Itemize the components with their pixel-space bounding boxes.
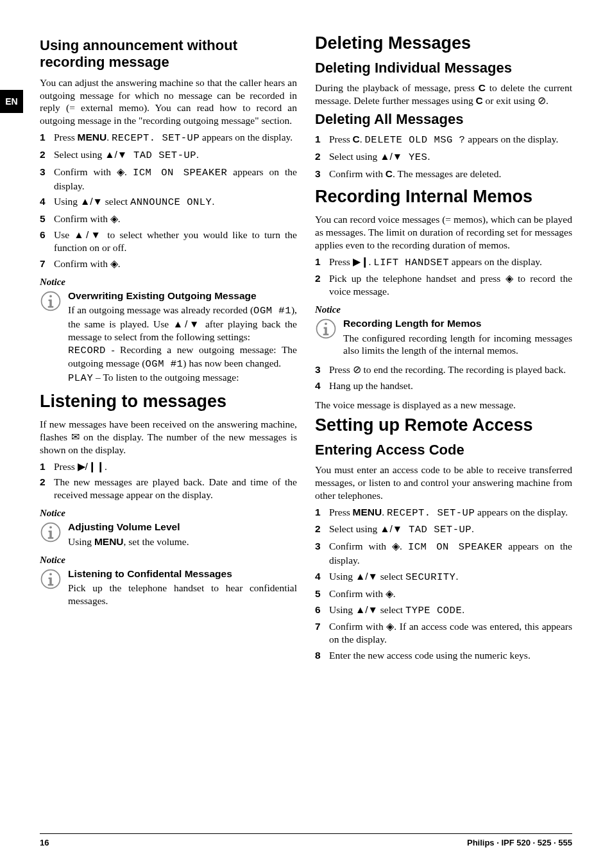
play-end-icon: ▶❙: [353, 256, 369, 267]
key-menu: MENU: [353, 507, 382, 517]
footer-brand: Philips · IPF 520 · 525 · 555: [467, 838, 572, 847]
display-text: RECEPT. SET-UP: [387, 507, 475, 519]
display-text: TYPE CODE: [405, 605, 462, 616]
arrow-keys-icon: ▲/▼: [355, 571, 378, 582]
arrow-keys-icon: ▲/▼: [105, 149, 127, 160]
notice-label: Notice: [40, 508, 297, 519]
arrow-keys-icon: ▲/▼: [380, 523, 402, 534]
step: Confirm with ◈. If an access code was en…: [315, 620, 572, 646]
heading-deleting: Deleting Messages: [315, 33, 572, 53]
step: Using ▲/▼ select TYPE CODE.: [315, 603, 572, 618]
notice-overwriting: Overwriting Existing Outgoing Message If…: [40, 290, 297, 386]
step: Confirm with ◈.: [40, 257, 297, 270]
confirm-icon: ◈: [386, 588, 393, 599]
arrow-keys-icon: ▲/▼: [74, 229, 103, 240]
heading-deleting-all: Deleting All Messages: [315, 111, 572, 128]
notice-memo-length: Recording Length for Memos The configure…: [315, 318, 572, 357]
notice-title: Overwriting Existing Outgoing Message: [68, 290, 297, 302]
step: Press ▶❙. LIFT HANDSET appears on the di…: [315, 256, 572, 270]
steps-announcement: Press MENU. RECEPT. SET-UP appears on th…: [40, 131, 297, 270]
notice-title: Listening to Confidental Messages: [68, 568, 297, 580]
heading-remote: Setting up Remote Access: [315, 415, 572, 435]
display-text: TAD SET-UP: [402, 524, 472, 535]
step: Using ▲/▼ select ANNOUNCE ONLY.: [40, 195, 297, 209]
step: Pick up the telephone handset and press …: [315, 272, 572, 298]
display-text: RECEPT. SET-UP: [112, 132, 200, 144]
key-c: C: [386, 168, 393, 179]
para-delete-individual: During the playback of message, press C …: [315, 82, 572, 107]
step: Press ⊘ to end the recording. The record…: [315, 363, 572, 376]
info-icon: [40, 568, 62, 607]
para-code-intro: You must enter an access code to be able…: [315, 464, 572, 501]
steps-delete-all: Press C. DELETE OLD MSG ? appears on the…: [315, 133, 572, 180]
confirm-icon: ◈: [110, 258, 118, 269]
display-text: ANNOUNCE ONLY: [130, 196, 212, 208]
notice-label: Notice: [40, 277, 297, 288]
step: Hang up the handset.: [315, 379, 572, 392]
display-text: LIFT HANDSET: [373, 257, 449, 268]
display-text: SECURITY: [405, 571, 455, 583]
steps-memos-34: Press ⊘ to end the recording. The record…: [315, 363, 572, 392]
step: Confirm with C. The messages are deleted…: [315, 168, 572, 180]
confirm-icon: ◈: [386, 621, 394, 632]
notice-text: Using MENU, set the volume.: [68, 535, 297, 548]
notice-label: Notice: [40, 555, 297, 566]
display-text: ICM ON SPEAKER: [408, 541, 502, 553]
arrow-keys-icon: ▲/▼: [173, 318, 201, 329]
para-listen-intro: If new messages have been received on th…: [40, 418, 297, 456]
language-tab: EN: [0, 90, 23, 113]
display-text: TAD SET-UP: [127, 150, 196, 161]
notice-title: Recording Length for Memos: [343, 318, 572, 330]
confirm-icon: ◈: [117, 166, 124, 177]
confirm-icon: ◈: [392, 541, 400, 551]
step: Select using ▲/▼ TAD SET-UP.: [315, 523, 572, 537]
info-icon: [40, 290, 62, 386]
step: Press C. DELETE OLD MSG ? appears on the…: [315, 133, 572, 147]
key-menu: MENU: [94, 536, 124, 547]
steps-memos-12: Press ▶❙. LIFT HANDSET appears on the di…: [315, 256, 572, 298]
notice-volume: Adjusting Volume Level Using MENU, set t…: [40, 521, 297, 548]
stop-icon: ⊘: [538, 95, 546, 106]
steps-listen: Press ▶/❙❙. The new messages are played …: [40, 460, 297, 501]
notice-label: Notice: [315, 304, 572, 315]
confirm-icon: ◈: [110, 213, 118, 224]
svg-point-7: [325, 322, 327, 325]
step: Confirm with ◈. ICM ON SPEAKER appears o…: [315, 540, 572, 567]
info-icon: [315, 318, 337, 357]
arrow-keys-icon: ▲/▼: [80, 196, 103, 207]
svg-point-1: [49, 295, 52, 297]
para-memos-end: The voice message is displayed as a new …: [315, 399, 572, 412]
heading-access-code: Entering Access Code: [315, 442, 572, 458]
svg-point-5: [49, 573, 52, 575]
envelope-icon: ✉: [71, 431, 80, 442]
para-announcement-intro: You can adjust the answering machine so …: [40, 76, 297, 127]
step: Press MENU. RECEPT. SET-UP appears on th…: [315, 506, 572, 520]
step: Use ▲/▼ to select whether you would like…: [40, 229, 297, 254]
heading-announcement: Using announcement without recording mes…: [40, 37, 297, 71]
key-menu: MENU: [78, 132, 107, 143]
heading-listening: Listening to messages: [40, 392, 297, 412]
key-c: C: [479, 82, 486, 93]
page-content: Using announcement without recording mes…: [0, 0, 612, 809]
display-text: ICM ON SPEAKER: [133, 167, 227, 178]
notice-text: The configured recording length for inco…: [343, 332, 572, 358]
para-memos-intro: You can record voice messages (= memos),…: [315, 213, 572, 251]
step: Press ▶/❙❙.: [40, 460, 297, 473]
step: Confirm with ◈. ICM ON SPEAKER appears o…: [40, 166, 297, 193]
notice-text: If an outgoing message was already recor…: [68, 304, 297, 385]
play-pause-icon: ▶/❙❙: [78, 461, 105, 472]
arrow-keys-icon: ▲/▼: [380, 151, 402, 162]
heading-deleting-individual: Deleting Individual Messages: [315, 60, 572, 76]
confirm-icon: ◈: [506, 273, 513, 284]
stop-icon: ⊘: [353, 364, 361, 375]
notice-confidential: Listening to Confidental Messages Pick u…: [40, 568, 297, 607]
step: Press MENU. RECEPT. SET-UP appears on th…: [40, 131, 297, 145]
step: Using ▲/▼ select SECURITY.: [315, 570, 572, 584]
step: The new messages are played back. Date a…: [40, 476, 297, 501]
key-c: C: [476, 95, 483, 106]
heading-memos: Recording Internal Memos: [315, 187, 572, 207]
display-text: DELETE OLD MSG ?: [365, 134, 466, 146]
step: Confirm with ◈.: [40, 213, 297, 225]
notice-text: Pick up the telephone handset to hear co…: [68, 582, 297, 607]
page-number: 16: [40, 838, 49, 847]
